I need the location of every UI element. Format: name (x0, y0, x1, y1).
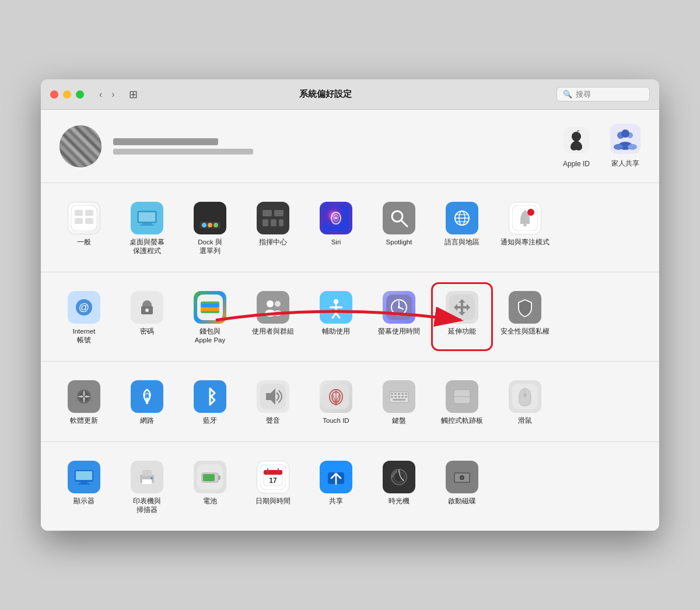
pref-printer[interactable]: 印表機與掃描器 (118, 454, 176, 519)
svg-rect-95 (398, 396, 400, 398)
users-label: 使用者與群組 (252, 327, 294, 336)
security-icon (509, 291, 541, 324)
search-box[interactable]: 🔍 (556, 87, 650, 101)
pref-screentime[interactable]: 螢幕使用時間 (370, 284, 428, 349)
pref-bluetooth[interactable]: 藍牙 (181, 373, 239, 430)
svg-point-80 (146, 402, 148, 404)
svg-text:17: 17 (269, 476, 277, 485)
desktop-icon (131, 202, 163, 234)
pref-keyboard[interactable]: 鍵盤 (370, 373, 428, 430)
keyboard-icon (383, 380, 415, 413)
pref-users[interactable]: 使用者與群組 (244, 284, 302, 349)
notif-icon (509, 202, 541, 234)
screentime-label: 螢幕使用時間 (378, 327, 420, 336)
pref-general[interactable]: 一般 (55, 195, 113, 260)
profile-email-blur (113, 149, 253, 155)
close-button[interactable] (50, 90, 58, 99)
svg-rect-93 (391, 396, 393, 398)
svg-rect-34 (386, 205, 412, 231)
pref-language[interactable]: 語言與地區 (433, 195, 491, 260)
svg-point-61 (274, 310, 282, 316)
pref-ext[interactable]: 延伸功能 (433, 284, 491, 349)
printer-label: 印表機與掃描器 (133, 497, 161, 514)
svg-point-6 (614, 144, 623, 150)
sharing-label: 共享 (329, 497, 343, 506)
svg-rect-55 (201, 307, 219, 311)
pref-sound[interactable]: 聲音 (244, 373, 302, 430)
sound-label: 聲音 (266, 416, 280, 425)
trackpad-label: 觸控式軌跡板 (441, 416, 483, 425)
ext-icon (446, 291, 478, 324)
pref-dock[interactable]: Dock 與選單列 (181, 195, 239, 260)
svg-rect-8 (71, 205, 97, 231)
apple-id-action[interactable]: Apple ID (561, 125, 592, 168)
battery-label: 電池 (203, 497, 217, 506)
pref-siri[interactable]: Siri (307, 195, 365, 260)
pref-trackpad[interactable]: 觸控式軌跡板 (433, 373, 491, 430)
siri-icon (320, 202, 352, 234)
pref-security[interactable]: 安全性與隱私權 (496, 284, 554, 349)
svg-point-45 (527, 209, 534, 216)
svg-rect-9 (75, 210, 83, 216)
profile-right: Apple ID 家人共享 (561, 124, 640, 169)
touchid-icon (320, 380, 352, 413)
svg-point-72 (398, 306, 400, 308)
display-icon (68, 461, 100, 493)
pref-spotlight[interactable]: Spotlight (370, 195, 428, 260)
svg-rect-17 (140, 225, 154, 226)
svg-point-21 (202, 223, 206, 227)
internet-icon: @ (68, 291, 100, 324)
pref-access[interactable]: 輔助使用 (307, 284, 365, 349)
pref-display[interactable]: 顯示器 (55, 454, 113, 519)
pref-datetime[interactable]: 17 日期與時間 (244, 454, 302, 519)
pref-desktop[interactable]: 桌面與螢幕保護程式 (118, 195, 176, 260)
search-input[interactable] (576, 90, 643, 99)
pref-timemachine[interactable]: 時光機 (370, 454, 428, 519)
pref-startup[interactable]: 啟動磁碟 (433, 454, 491, 519)
display-label: 顯示器 (74, 497, 94, 506)
pref-mission[interactable]: 指揮中心 (244, 195, 302, 260)
svg-rect-121 (264, 470, 282, 475)
pref-wallet[interactable]: 錢包與Apple Pay (181, 284, 239, 349)
prefs-grid-3: 軟體更新 網路 藍牙 (55, 373, 645, 430)
svg-rect-25 (262, 210, 272, 216)
sharing-icon (320, 461, 352, 493)
security-label: 安全性與隱私權 (501, 327, 550, 336)
pref-password[interactable]: 密碼 (118, 284, 176, 349)
maximize-button[interactable] (76, 90, 84, 99)
minimize-button[interactable] (63, 90, 71, 99)
svg-point-33 (335, 217, 337, 219)
desktop-label: 桌面與螢幕保護程式 (130, 238, 164, 255)
svg-point-60 (275, 301, 281, 307)
datetime-icon: 17 (257, 461, 289, 493)
pref-mouse[interactable]: 滑鼠 (496, 373, 554, 430)
software-icon (68, 380, 100, 413)
mission-icon (257, 202, 289, 234)
family-sharing-action[interactable]: 家人共享 (610, 124, 640, 169)
language-label: 語言與地區 (444, 238, 480, 247)
password-label: 密碼 (140, 327, 154, 336)
prefs-grid-2: @ Internet帳號 密碼 錢包與Apple Pay (55, 284, 645, 349)
siri-label: Siri (331, 238, 341, 247)
mission-label: 指揮中心 (259, 238, 287, 247)
svg-point-135 (461, 476, 463, 479)
pref-network[interactable]: 網路 (118, 373, 176, 430)
svg-rect-16 (142, 223, 152, 225)
pref-software[interactable]: 軟體更新 (55, 373, 113, 430)
svg-rect-90 (398, 393, 400, 395)
search-icon: 🔍 (563, 90, 572, 99)
pref-touchid[interactable]: Touch ID (307, 373, 365, 430)
bluetooth-icon (194, 380, 226, 413)
prefs-section-1: 一般 桌面與螢幕保護程式 Dock 與選單列 (41, 183, 659, 272)
pref-internet[interactable]: @ Internet帳號 (55, 284, 113, 349)
pref-notif[interactable]: 通知與專注模式 (496, 195, 554, 260)
pref-sharing[interactable]: 共享 (307, 454, 365, 519)
traffic-lights (50, 90, 84, 99)
pref-battery[interactable]: 電池 (181, 454, 239, 519)
battery-icon (194, 461, 226, 493)
apple-logo-svg (564, 127, 589, 153)
svg-point-104 (523, 393, 527, 397)
svg-rect-54 (201, 304, 219, 307)
svg-rect-89 (394, 393, 397, 395)
access-label: 輔助使用 (322, 327, 350, 336)
